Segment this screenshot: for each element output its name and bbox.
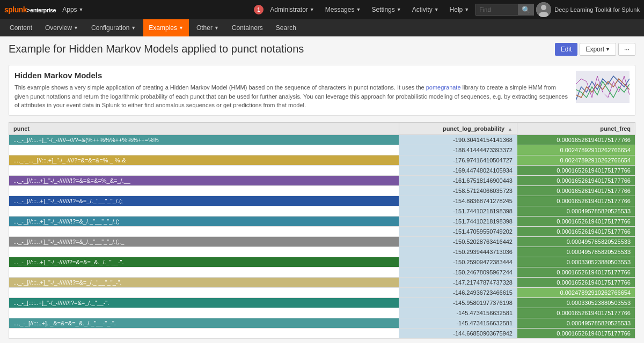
top-nav: splunk>enterprise Apps ▼ 1 Administrator…	[0, 0, 644, 19]
table-row: ..._-_[//:::..+]_"-/_-///////!?=&_/._"__…	[9, 206, 635, 216]
export-button[interactable]: Export▼	[580, 43, 616, 56]
col-header-punct[interactable]: punct	[9, 122, 399, 135]
administrator-menu[interactable]: Administrator ▼	[266, 4, 319, 16]
freq-cell: 0.000495785820525533	[517, 236, 635, 247]
pomegranate-link[interactable]: pomegranate	[426, 84, 461, 91]
table-row: ..._-_[//:::..+]_"-/_-///////!?=&=_/._"_…	[9, 277, 635, 287]
punct-cell: ...,_-_[//:::..+].._&=&=&=_&._/._"__-"_-…	[9, 308, 399, 318]
apps-dropdown-icon: ▼	[79, 7, 84, 12]
hmm-title: Hidden Markov Models	[14, 71, 569, 80]
activity-menu[interactable]: Activity ▼	[408, 4, 443, 16]
svg-rect-3	[576, 71, 630, 103]
col-header-log-probability[interactable]: punct_log_probability ▲	[399, 122, 517, 135]
punct-cell: ...,_-_[//:::..+].._&=&=&=_&._/._"__-"_-…	[9, 318, 399, 328]
more-button[interactable]: ···	[618, 43, 635, 56]
export-dropdown-icon: ▼	[605, 47, 610, 52]
page-title: Example for Hidden Markov Models applied…	[9, 43, 304, 55]
data-table: punct punct_log_probability ▲ punct_freq…	[9, 122, 635, 339]
freq-cell: 0.00247892910262766654	[517, 155, 635, 165]
top-nav-left: splunk>enterprise Apps ▼	[4, 4, 88, 16]
table-row: ..._-_[//:::..+]_"-/_-///////!?=&=&=&=%_…	[9, 175, 635, 185]
log-prob-cell: -150.25909472383444	[399, 257, 517, 267]
freq-cell: 0.000165261940175177766	[517, 185, 635, 196]
nav-other[interactable]: Other ▼	[191, 19, 224, 36]
help-dropdown-icon: ▼	[464, 7, 469, 12]
table-row: ..._-_[//::..+]_"-/_-//-"="-&=_$-=%%%._ …	[9, 145, 635, 155]
table-row: ..._-_[//:::..+]_"-/_-///////!?=&_/._"__…	[9, 236, 635, 247]
config-dropdown-icon: ▼	[131, 25, 136, 31]
log-prob-cell: -151.74410218198398	[399, 216, 517, 226]
page-actions: Edit Export▼ ···	[555, 43, 635, 56]
table-row: ..._-_[//::..+]_"-/_-/////--///?=&(%++%%…	[9, 135, 635, 145]
freq-cell: 0.000330523880503553	[517, 257, 635, 267]
punct-cell: ..._-_[//:::..+]_"-/_-///////!?=&=&=&=%_…	[9, 175, 399, 185]
freq-cell: 0.00247892910262766654	[517, 287, 635, 297]
punct-cell: ..._-_[//:::..+]_"-/_-/////!?=&=&=_&._/.…	[9, 257, 399, 267]
table-row: ..._-_[//:::..+]_"-/_-///////!?=&=_/._"_…	[9, 196, 635, 206]
table-row: ..._-_[//:::..+]_"-/_-///////!?=&_/._"__…	[9, 216, 635, 226]
nav-overview[interactable]: Overview ▼	[40, 19, 84, 36]
freq-cell: 0.000495785820525533	[517, 247, 635, 257]
punct-cell: ..._-_[//:::..+]_"-/_-///////!?=&=&=&=%_…	[9, 185, 399, 196]
punct-cell: ..._-_[//:::..+]_"-/_-///////!?=&_/._"__…	[9, 236, 399, 247]
nav-content[interactable]: Content	[4, 19, 38, 36]
table-container: punct punct_log_probability ▲ punct_freq…	[9, 122, 635, 339]
table-row: ...,-_..._[//:::.+]_"-/_-///!??%?_._"__-…	[9, 287, 635, 297]
punct-cell: ..._-_[::::..+]_"-/_-///////!?=&=_/._"__…	[9, 297, 399, 308]
edit-button[interactable]: Edit	[555, 43, 578, 56]
splunk-text: splunk	[4, 5, 27, 14]
pagination: « Prev 1 2 3 4 5 11 Next »	[9, 339, 635, 344]
table-row: ..._-_[//:::..+]_"-/_-/////--//8.////._"…	[9, 267, 635, 277]
table-row: ..._-_[::::..+]_"-/_-///////!?=&=_/._"__…	[9, 297, 635, 308]
freq-cell: 0.000165261940175177766	[517, 196, 635, 206]
enterprise-text: >enterprise	[27, 7, 56, 13]
nav-examples[interactable]: Examples ▼	[143, 19, 189, 36]
freq-cell: 0.000165261940175177766	[517, 175, 635, 185]
help-menu[interactable]: Help ▼	[445, 4, 474, 16]
freq-cell: 0.000165261940175177766	[517, 328, 635, 338]
log-prob-cell: -145.4734156632581	[399, 318, 517, 328]
freq-cell: 0.000165261940175177766	[517, 226, 635, 236]
hmm-text: Hidden Markov Models This example shows …	[14, 71, 569, 110]
user-area: Deep Learning Toolkit for Splunk	[536, 2, 640, 17]
table-row: ..._-_[//:::..+]_"-/_-///////!?=&=&=&=%+…	[9, 165, 635, 175]
log-prob-cell: -145.95801977376198	[399, 297, 517, 308]
log-prob-cell: -147.21747874737328	[399, 277, 517, 287]
examples-dropdown-icon: ▼	[179, 25, 184, 31]
punct-cell: ..._-_[//::..+]_"-/_-/////--///?=&(%++%%…	[9, 135, 399, 145]
top-nav-right: 1 Administrator ▼ Messages ▼ Settings ▼ …	[254, 2, 640, 17]
find-button[interactable]: 🔍	[518, 4, 534, 16]
log-prob-cell: -190.30414154141368	[399, 135, 517, 145]
nav-search[interactable]: Search	[270, 19, 302, 36]
table-row: ..._-_[//:::..+]_"-/_-/////--//8.////._"…	[9, 226, 635, 236]
freq-cell: 0.000495785820525533	[517, 318, 635, 328]
toolkit-label: Deep Learning Toolkit for Splunk	[554, 6, 640, 13]
log-prob-cell: -146.24936723466615	[399, 287, 517, 297]
log-prob-cell: -144.66850903675942	[399, 328, 517, 338]
admin-badge: 1	[254, 5, 264, 14]
svg-point-1	[541, 5, 546, 10]
find-input[interactable]	[475, 4, 518, 16]
settings-menu[interactable]: Settings ▼	[367, 4, 405, 16]
nav-containers[interactable]: Containers	[226, 19, 268, 36]
table-header-row: punct punct_log_probability ▲ punct_freq	[9, 122, 635, 135]
log-prob-cell: -154.88368741278245	[399, 196, 517, 206]
punct-cell: ..._-_[//:::..+]_"-/_-///////!?=&=_/._"_…	[9, 328, 399, 338]
table-row: ...,_-_..._[//:::.+]_"-/_-////?=&=&=&=%.…	[9, 155, 635, 165]
punct-cell: ...,-_..._[//:::.+]_"-/_-///!??%?_._"__-…	[9, 287, 399, 297]
splunk-logo[interactable]: splunk>enterprise	[4, 5, 56, 14]
apps-menu[interactable]: Apps ▼	[58, 4, 87, 16]
search-area: 🔍	[475, 4, 534, 16]
hmm-chart-image	[576, 71, 630, 103]
col-header-freq[interactable]: punct_freq	[517, 122, 635, 135]
hmm-section: Hidden Markov Models This example shows …	[9, 65, 635, 116]
sec-nav: Content Overview ▼ Configuration ▼ Examp…	[0, 19, 644, 36]
nav-configuration[interactable]: Configuration ▼	[86, 19, 141, 36]
table-row: ...,_-_[//:::..+].._&=&=&=_&._/._"__-"_-…	[9, 318, 635, 328]
messages-menu[interactable]: Messages ▼	[321, 4, 365, 16]
freq-cell: 0.000165261940175177766	[517, 267, 635, 277]
log-prob-cell: -151.47059550749202	[399, 226, 517, 236]
table-row: ..._-_[//:::..+]_"-/_-///////!?=&=&=&=%_…	[9, 185, 635, 196]
punct-cell: ..._-_[//:::..+]_"-/_-///////!?=&_/._"__…	[9, 216, 399, 226]
log-prob-cell: -188.41444473393372	[399, 145, 517, 155]
